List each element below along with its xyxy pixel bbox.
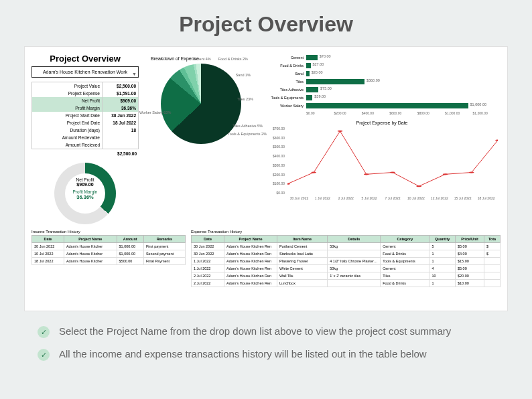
- chevron-down-icon: ▼: [132, 72, 137, 76]
- svg-point-0: [287, 183, 290, 185]
- income-table: Income Transaction History DateProject N…: [31, 230, 186, 287]
- dropdown-value: Adam's House Kitchen Renovation Work: [43, 70, 127, 74]
- spreadsheet-preview: Project Overview Adam's House Kitchen Re…: [24, 46, 508, 311]
- svg-point-4: [390, 171, 395, 173]
- note-item: ✓ All the income and expense transaction…: [38, 347, 494, 361]
- page-title: Project Overview: [0, 0, 532, 46]
- svg-point-1: [311, 171, 316, 173]
- check-icon: ✓: [38, 349, 50, 361]
- overview-title: Project Overview: [31, 54, 139, 64]
- svg-point-3: [364, 173, 369, 175]
- project-dropdown[interactable]: Adam's House Kitchen Renovation Work ▼: [31, 66, 139, 78]
- profit-donut: Net Profit $909.00 Profit Margin 36.36%: [54, 163, 116, 224]
- svg-point-5: [416, 185, 421, 187]
- svg-point-7: [469, 171, 474, 173]
- amount-received: $2,500.00: [31, 149, 139, 157]
- pie-chart-area: Breakdown of Expense Worker Salary 63% T…: [144, 54, 258, 224]
- check-icon: ✓: [38, 326, 50, 338]
- svg-point-6: [443, 173, 448, 175]
- line-chart-area: Project Expense by Date $700.00$600.00$5…: [263, 121, 501, 200]
- note-item: ✓ Select the Project Name from the drop …: [38, 325, 494, 338]
- svg-point-8: [495, 139, 498, 141]
- svg-point-2: [338, 131, 343, 132]
- facts-table: Project Value$2,500.00Project Expense$1,…: [31, 82, 139, 149]
- notes-area: ✓ Select the Project Name from the drop …: [38, 325, 494, 362]
- expense-table: Expense Transaction History DateProject …: [191, 230, 501, 287]
- bar-chart-area: Cement$70.00Food & Drinks$27.00Sand$20.0…: [263, 54, 501, 224]
